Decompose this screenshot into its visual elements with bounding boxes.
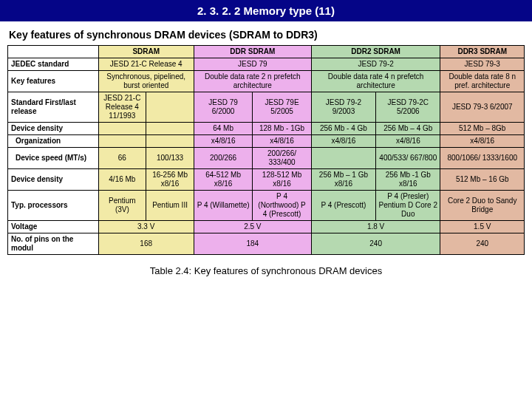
cell: Pentium (3V) (98, 191, 146, 221)
hdr-sdram: SDRAM (98, 46, 194, 58)
cell: 256 Mb -1 Gb x8/16 (376, 169, 440, 191)
cell: 256 Mb - 4 Gb (311, 123, 375, 135)
cell: 128-512 Mb x8/16 (253, 169, 311, 191)
cell: 66 (98, 148, 146, 169)
cell: 512 Mb – 8Gb (440, 123, 525, 135)
cell: x4/8/16 (253, 135, 311, 148)
cell: 240 (440, 233, 525, 255)
cell: 64 Mb (194, 123, 252, 135)
row-speed: Device speed (MT/s) (8, 148, 99, 169)
cell: 512 Mb – 16 Gb (440, 169, 525, 191)
cell: Pentium III (146, 191, 194, 221)
cell: P 4 (Northwood) P 4 (Prescott) (253, 191, 311, 221)
cell: 184 (194, 233, 311, 255)
row-dens2: Device density (8, 169, 99, 191)
cell: 400/533/ 667/800 (376, 148, 440, 169)
row-std: Standard First/last release (8, 92, 99, 123)
cell: x4/8/16 (440, 135, 525, 148)
cell: Double data rate 8 n pref. architecture (440, 71, 525, 92)
cell: 4/16 Mb (98, 169, 146, 191)
cell: JESD 79 (194, 58, 311, 71)
cell (98, 123, 146, 135)
cell: 3.3 V (98, 221, 194, 233)
cell: 100/133 (146, 148, 194, 169)
cell: 200/266/ 333/400 (253, 148, 311, 169)
caption: Table 2.4: Key features of synchronous D… (0, 255, 532, 276)
row-dens1: Device density (8, 123, 99, 135)
cell: x4/8/16 (376, 135, 440, 148)
cell: JESD 79-3 6/2007 (440, 92, 525, 123)
row-pins: No. of pins on the modul (8, 233, 99, 255)
cell: 800/1066/ 1333/1600 (440, 148, 525, 169)
cell: P 4 (Willamette) (194, 191, 252, 221)
cell: 64-512 Mb x8/16 (194, 169, 252, 191)
cell: JESD 21-C Release 4 11/1993 (98, 92, 146, 123)
cell: Core 2 Duo to Sandy Bridge (440, 191, 525, 221)
row-keyfeat: Key features (8, 71, 99, 92)
cell (146, 123, 194, 135)
cell: 200/266 (194, 148, 252, 169)
row-proc: Typ. processors (8, 191, 99, 221)
cell: Double data rate 4 n prefetch architectu… (311, 71, 440, 92)
cell: JESD 79-2 (311, 58, 440, 71)
cell: 240 (311, 233, 440, 255)
cell: 256 Mb – 1 Gb x8/16 (311, 169, 375, 191)
cell: 256 Mb – 4 Gb (376, 123, 440, 135)
cell (146, 92, 194, 123)
hdr-ddr: DDR SDRAM (194, 46, 311, 58)
blank (8, 46, 99, 58)
cell (98, 135, 146, 148)
hdr-ddr2: DDR2 SDRAM (311, 46, 440, 58)
cell: JESD 79 6/2000 (194, 92, 252, 123)
cell: 128 Mb - 1Gb (253, 123, 311, 135)
row-jedec: JEDEC standard (8, 58, 99, 71)
cell: Synchronous, pipelined, burst oriented (98, 71, 194, 92)
cell: 1.5 V (440, 221, 525, 233)
cell: x4/8/16 (311, 135, 375, 148)
cell (311, 148, 375, 169)
cell: JESD 79-2 9/2003 (311, 92, 375, 123)
cell: P 4 (Presler) Pentium D Core 2 Duo (376, 191, 440, 221)
row-volt: Voltage (8, 221, 99, 233)
dram-table: SDRAM DDR SDRAM DDR2 SDRAM DDR3 SDRAM JE… (7, 45, 525, 255)
row-org: Organization (8, 135, 99, 148)
cell: 16-256 Mb x8/16 (146, 169, 194, 191)
cell: JESD 21-C Release 4 (98, 58, 194, 71)
cell: P 4 (Prescott) (311, 191, 375, 221)
cell: 1.8 V (311, 221, 440, 233)
cell: x4/8/16 (194, 135, 252, 148)
cell: JESD 79E 5/2005 (253, 92, 311, 123)
cell: 2.5 V (194, 221, 311, 233)
page-title: 2. 3. 2. 2 Memory type (11) (0, 0, 532, 21)
cell: 168 (98, 233, 194, 255)
cell: JESD 79-2C 5/2006 (376, 92, 440, 123)
subtitle: Key features of synchronous DRAM devices… (0, 21, 532, 45)
hdr-ddr3: DDR3 SDRAM (440, 46, 525, 58)
cell (146, 135, 194, 148)
cell: Double data rate 2 n prefetch architectu… (194, 71, 311, 92)
cell: JESD 79-3 (440, 58, 525, 71)
